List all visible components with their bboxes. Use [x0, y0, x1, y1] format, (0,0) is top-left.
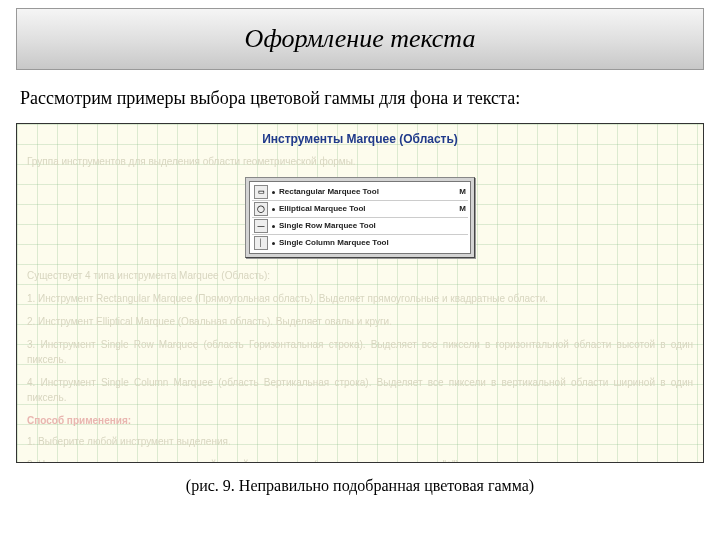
bullet-icon: [272, 208, 275, 211]
example-content: Инструменты Marquee (Область) Группа инс…: [17, 124, 703, 463]
bullet-icon: [272, 242, 275, 245]
bullet-icon: [272, 191, 275, 194]
intro-text: Рассмотрим примеры выбора цветовой гаммы…: [20, 88, 704, 109]
ellipse-marquee-icon: ◯: [254, 202, 268, 216]
slide-title: Оформление текста: [245, 24, 476, 54]
rect-marquee-icon: ▭: [254, 185, 268, 199]
bullet-icon: [272, 225, 275, 228]
figure-caption: (рис. 9. Неправильно подобранная цветова…: [0, 477, 720, 495]
slide-title-banner: Оформление текста: [16, 8, 704, 70]
method-2: 2. Наведите указатель мыши на верхний ле…: [27, 457, 693, 463]
tool-row: │ Single Column Marquee Tool: [252, 235, 468, 251]
types-intro: Существует 4 типа инструмента Marquee (О…: [27, 268, 693, 283]
row-marquee-icon: —: [254, 219, 268, 233]
tool-palette-inner: ▭ Rectangular Marquee Tool M ◯ Elliptica…: [249, 181, 471, 254]
tool-palette: ▭ Rectangular Marquee Tool M ◯ Elliptica…: [245, 177, 475, 258]
column-marquee-icon: │: [254, 236, 268, 250]
tool-label: Elliptical Marquee Tool: [279, 203, 366, 215]
tool-row: ▭ Rectangular Marquee Tool M: [252, 184, 468, 201]
type-3: 3. Инструмент Single Row Marquee (област…: [27, 337, 693, 367]
example-frame: Инструменты Marquee (Область) Группа инс…: [16, 123, 704, 463]
tool-row: ◯ Elliptical Marquee Tool M: [252, 201, 468, 218]
type-4: 4. Инструмент Single Column Marquee (обл…: [27, 375, 693, 405]
tool-label: Single Column Marquee Tool: [279, 237, 389, 249]
method-title: Способ применения:: [27, 413, 693, 428]
type-1: 1. Инструмент Rectangular Marquee (Прямо…: [27, 291, 693, 306]
tool-label: Rectangular Marquee Tool: [279, 186, 379, 198]
type-2: 2. Инструмент Elliptical Marquee (Овальн…: [27, 314, 693, 329]
example-heading: Инструменты Marquee (Область): [27, 130, 693, 148]
example-group-text: Группа инструментов для выделения област…: [27, 154, 693, 169]
tool-key: M: [459, 203, 466, 215]
tool-row: — Single Row Marquee Tool: [252, 218, 468, 235]
tool-key: M: [459, 186, 466, 198]
tool-label: Single Row Marquee Tool: [279, 220, 376, 232]
method-1: 1. Выберите любой инструмент выделения.: [27, 434, 693, 449]
